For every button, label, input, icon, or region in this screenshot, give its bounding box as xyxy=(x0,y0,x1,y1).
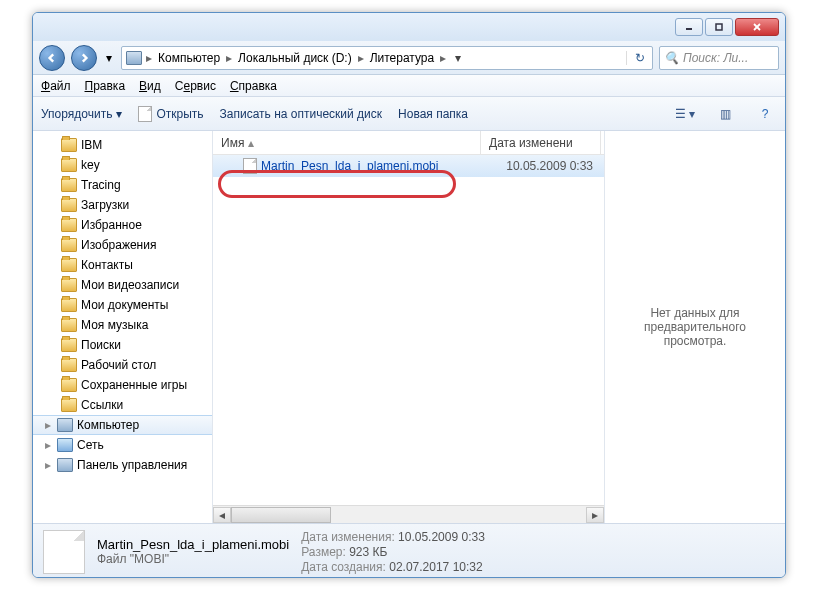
details-created-label: Дата создания: xyxy=(301,560,386,574)
menu-edit[interactable]: Правка xyxy=(85,79,126,93)
computer-icon xyxy=(126,51,142,65)
details-filetype: Файл "MOBI" xyxy=(97,552,289,566)
breadcrumb-folder[interactable]: Литература xyxy=(368,49,437,67)
back-button[interactable] xyxy=(39,45,65,71)
scroll-thumb[interactable] xyxy=(231,507,331,523)
file-list: Имя▴ Дата изменени Martin_Pesn_lda_i_pla… xyxy=(213,131,605,523)
file-modified: 10.05.2009 0:33 xyxy=(481,159,601,173)
folder-icon xyxy=(61,358,77,372)
svg-rect-1 xyxy=(716,24,722,30)
close-button[interactable] xyxy=(735,18,779,36)
tree-item[interactable]: Поиски xyxy=(33,335,212,355)
folder-icon xyxy=(61,338,77,352)
file-icon xyxy=(243,158,257,174)
menu-help[interactable]: Справка xyxy=(230,79,277,93)
folder-icon xyxy=(61,258,77,272)
preview-pane: Нет данных для предварительного просмотр… xyxy=(605,131,785,523)
details-filename: Martin_Pesn_lda_i_plameni.mobi xyxy=(97,537,289,552)
col-modified[interactable]: Дата изменени xyxy=(481,131,601,154)
tree-item[interactable]: Ссылки xyxy=(33,395,212,415)
refresh-button[interactable]: ↻ xyxy=(626,51,648,65)
scroll-left-icon[interactable]: ◂ xyxy=(213,507,231,523)
organize-button[interactable]: Упорядочить ▾ xyxy=(41,107,122,121)
tree-item[interactable]: Изображения xyxy=(33,235,212,255)
folder-icon xyxy=(61,378,77,392)
sort-asc-icon: ▴ xyxy=(248,136,254,150)
titlebar xyxy=(33,13,785,41)
menu-tools[interactable]: Сервис xyxy=(175,79,216,93)
nav-bar: ▾ ▸ Компьютер ▸ Локальный диск (D:) ▸ Ли… xyxy=(33,41,785,75)
breadcrumb-drive[interactable]: Локальный диск (D:) xyxy=(236,49,354,67)
tree-item[interactable]: Мои документы xyxy=(33,295,212,315)
preview-empty-text: Нет данных для предварительного просмотр… xyxy=(615,306,775,348)
col-name[interactable]: Имя▴ xyxy=(213,131,481,154)
maximize-button[interactable] xyxy=(705,18,733,36)
newfolder-button[interactable]: Новая папка xyxy=(398,107,468,121)
tree-network[interactable]: ▸Сеть xyxy=(33,435,212,455)
expand-icon[interactable]: ▸ xyxy=(45,458,51,472)
file-name: Martin_Pesn_lda_i_plameni.mobi xyxy=(261,159,438,173)
tree-item[interactable]: Загрузки xyxy=(33,195,212,215)
tree-item[interactable]: IBM xyxy=(33,135,212,155)
menu-view[interactable]: Вид xyxy=(139,79,161,93)
h-scrollbar[interactable]: ◂ ▸ xyxy=(213,505,604,523)
folder-icon xyxy=(61,178,77,192)
details-modified: 10.05.2009 0:33 xyxy=(398,530,485,544)
expand-icon[interactable]: ▸ xyxy=(45,438,51,452)
toolbar: Упорядочить ▾ Открыть Записать на оптиче… xyxy=(33,97,785,131)
content-area: IBM key Tracing Загрузки Избранное Изобр… xyxy=(33,131,785,523)
details-created: 02.07.2017 10:32 xyxy=(389,560,482,574)
expand-icon[interactable]: ▸ xyxy=(45,418,51,432)
folder-icon xyxy=(61,318,77,332)
menu-file[interactable]: Файл xyxy=(41,79,71,93)
tree-item[interactable]: Избранное xyxy=(33,215,212,235)
minimize-button[interactable] xyxy=(675,18,703,36)
breadcrumb-computer[interactable]: Компьютер xyxy=(156,49,222,67)
file-row[interactable]: Martin_Pesn_lda_i_plameni.mobi 10.05.200… xyxy=(213,155,604,177)
network-icon xyxy=(57,438,73,452)
tree-item[interactable]: Мои видеозаписи xyxy=(33,275,212,295)
details-size-label: Размер: xyxy=(301,545,346,559)
tree-item[interactable]: Контакты xyxy=(33,255,212,275)
forward-button[interactable] xyxy=(71,45,97,71)
folder-icon xyxy=(61,278,77,292)
folder-icon xyxy=(61,298,77,312)
file-thumbnail xyxy=(43,530,85,574)
preview-pane-button[interactable]: ▥ xyxy=(713,102,737,126)
scroll-right-icon[interactable]: ▸ xyxy=(586,507,604,523)
tree-item[interactable]: Tracing xyxy=(33,175,212,195)
computer-icon xyxy=(57,418,73,432)
tree-computer[interactable]: ▸Компьютер xyxy=(33,415,212,435)
address-dropdown[interactable]: ▾ xyxy=(450,51,466,65)
explorer-window: ▾ ▸ Компьютер ▸ Локальный диск (D:) ▸ Ли… xyxy=(32,12,786,578)
nav-history-dropdown[interactable]: ▾ xyxy=(103,45,115,71)
chevron-right-icon: ▸ xyxy=(146,51,152,65)
chevron-right-icon: ▸ xyxy=(226,51,232,65)
help-button[interactable]: ? xyxy=(753,102,777,126)
burn-button[interactable]: Записать на оптический диск xyxy=(220,107,383,121)
folder-icon xyxy=(61,138,77,152)
view-mode-button[interactable]: ☰ ▾ xyxy=(673,102,697,126)
chevron-right-icon: ▸ xyxy=(440,51,446,65)
file-icon xyxy=(138,106,152,122)
tree-item[interactable]: Сохраненные игры xyxy=(33,375,212,395)
column-headers: Имя▴ Дата изменени xyxy=(213,131,604,155)
tree-item[interactable]: Рабочий стол xyxy=(33,355,212,375)
folder-icon xyxy=(61,198,77,212)
controlpanel-icon xyxy=(57,458,73,472)
search-box[interactable]: 🔍 Поиск: Ли... xyxy=(659,46,779,70)
open-button[interactable]: Открыть xyxy=(138,106,203,122)
tree-controlpanel[interactable]: ▸Панель управления xyxy=(33,455,212,475)
chevron-down-icon: ▾ xyxy=(116,107,122,121)
folder-icon xyxy=(61,218,77,232)
address-bar[interactable]: ▸ Компьютер ▸ Локальный диск (D:) ▸ Лите… xyxy=(121,46,653,70)
nav-tree[interactable]: IBM key Tracing Загрузки Избранное Изобр… xyxy=(33,131,213,523)
tree-item[interactable]: key xyxy=(33,155,212,175)
tree-item[interactable]: Моя музыка xyxy=(33,315,212,335)
folder-icon xyxy=(61,398,77,412)
chevron-right-icon: ▸ xyxy=(358,51,364,65)
folder-icon xyxy=(61,238,77,252)
details-pane: Martin_Pesn_lda_i_plameni.mobi Файл "MOB… xyxy=(33,523,785,578)
details-size: 923 КБ xyxy=(349,545,387,559)
details-modified-label: Дата изменения: xyxy=(301,530,395,544)
